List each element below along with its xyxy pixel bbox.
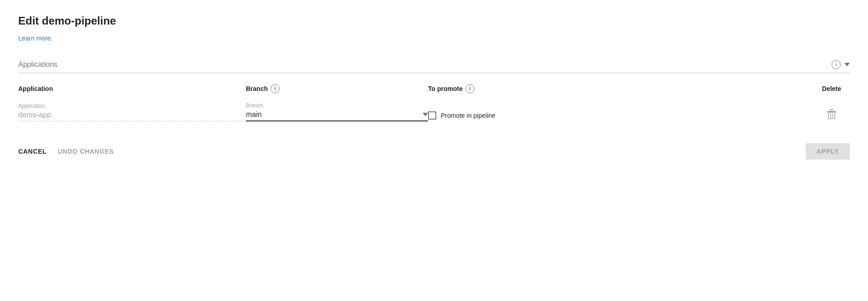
application-field-value: demo-app [18, 111, 246, 121]
delete-field [813, 109, 850, 121]
applications-header: Applications i [18, 60, 850, 73]
promote-checkbox[interactable] [428, 111, 436, 120]
table-row: Application demo-app Branch main Promote… [18, 102, 850, 121]
branch-select-value: main [246, 110, 419, 119]
header-icons: i [832, 60, 850, 69]
delete-icon[interactable] [827, 109, 837, 120]
footer: CANCEL UNDO CHANGES APPLY [18, 143, 850, 160]
col-header-delete: Delete [813, 85, 850, 92]
branch-select[interactable]: main [246, 110, 428, 121]
svg-rect-1 [830, 109, 833, 110]
promote-field: Promote in pipeline [428, 111, 813, 121]
branch-info-icon[interactable]: i [271, 84, 280, 93]
branch-dropdown-arrow-icon[interactable] [423, 113, 428, 116]
applications-label: Applications [18, 60, 832, 69]
applications-section: Applications i Application Branch i To p… [18, 60, 850, 121]
footer-left: CANCEL UNDO CHANGES [18, 148, 114, 155]
svg-rect-0 [827, 111, 836, 112]
table-header-row: Application Branch i To promote i Delete [18, 84, 850, 97]
apply-button[interactable]: APPLY [806, 143, 850, 160]
expand-chevron-icon[interactable] [844, 63, 850, 66]
info-icon[interactable]: i [832, 60, 841, 69]
branch-field-label: Branch [246, 102, 428, 109]
topromote-info-icon[interactable]: i [465, 84, 475, 93]
undo-changes-button[interactable]: UNDO CHANGES [58, 148, 114, 155]
promote-label: Promote in pipeline [441, 112, 495, 119]
page-title: Edit demo-pipeline [18, 15, 850, 27]
branch-field: Branch main [246, 102, 428, 121]
application-field-label: Application [18, 103, 246, 109]
application-field: Application demo-app [18, 103, 246, 121]
cancel-button[interactable]: CANCEL [18, 148, 47, 155]
learn-more-link[interactable]: Learn more. [18, 35, 52, 42]
col-header-application: Application [18, 85, 246, 92]
col-header-branch: Branch i [246, 84, 428, 93]
col-header-topromote: To promote i [428, 84, 813, 93]
